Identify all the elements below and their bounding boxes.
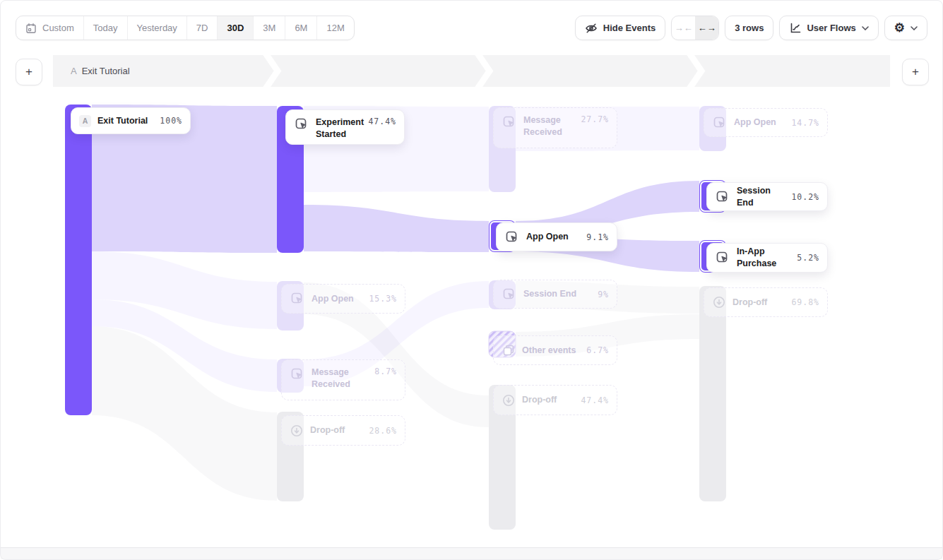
drop-off-icon (290, 424, 304, 438)
date-range-12m[interactable]: 12M (317, 16, 353, 40)
hide-events-button[interactable]: Hide Events (575, 16, 665, 40)
expand-width-button[interactable]: ←→ (695, 16, 718, 40)
node-value: 8.7% (374, 367, 397, 376)
event-cursor-icon (712, 115, 728, 131)
arrows-outward-icon: ←→ (698, 23, 716, 33)
node-value: 47.4% (581, 395, 609, 405)
flow-chart-icon (789, 22, 801, 34)
step-separator-chevron (686, 55, 708, 87)
chevron-down-icon (911, 26, 918, 30)
event-cursor-icon (715, 189, 730, 205)
node-value: 27.7% (581, 114, 609, 124)
other-events-icon (502, 343, 516, 357)
date-range-yesterday[interactable]: Yesterday (128, 16, 187, 40)
date-range-3m[interactable]: 3M (254, 16, 285, 40)
date-range-6m[interactable]: 6M (285, 16, 317, 40)
node-label: App Open (734, 117, 785, 129)
right-tools: Hide Events →← ←→ 3 rows User Flows ⚙ (575, 16, 927, 40)
node-card-c3-drop-off[interactable]: Drop-off47.4% (493, 385, 617, 415)
rows-label: 3 rows (735, 23, 764, 33)
hide-events-label: Hide Events (603, 23, 656, 33)
event-badge: A (79, 115, 91, 127)
rows-button[interactable]: 3 rows (725, 16, 773, 40)
chevron-down-icon (862, 26, 869, 30)
drop-off-icon (502, 393, 516, 407)
node-value: 9.1% (586, 232, 609, 242)
step-separator-chevron (474, 55, 497, 87)
node-value: 69.8% (791, 297, 819, 307)
event-cursor-icon (290, 367, 305, 382)
node-label: Drop-off (310, 424, 362, 436)
event-cursor-icon (504, 230, 520, 245)
node-card-c3-app-open[interactable]: App Open9.1% (496, 222, 617, 251)
node-value: 10.2% (791, 192, 819, 202)
add-step-left-button[interactable]: + (16, 59, 42, 85)
drop-off-icon (712, 295, 726, 309)
node-card-c4-in-app-purchase[interactable]: In-App Purchase5.2% (706, 243, 828, 273)
view-selector-button[interactable]: User Flows (779, 16, 878, 40)
node-value: 47.4% (368, 117, 396, 126)
top-toolbar: CustomTodayYesterday7D30D3M6M12M Hide Ev… (16, 16, 927, 40)
node-card-c2-experiment-started[interactable]: Experiment Started47.4% (285, 109, 405, 145)
node-card-c4-session-end[interactable]: Session End10.2% (706, 182, 828, 211)
date-range-7d[interactable]: 7D (187, 16, 218, 40)
date-range-30d[interactable]: 30D (218, 16, 254, 40)
node-card-c4-drop-off[interactable]: Drop-off69.8% (704, 287, 828, 317)
node-value: 6.7% (586, 345, 609, 355)
node-card-c3-session-end[interactable]: Session End9% (493, 280, 617, 309)
node-card-c3-other-events[interactable]: Other events6.7% (493, 335, 617, 365)
view-selector-label: User Flows (807, 23, 855, 33)
node-label: Experiment Started (316, 117, 362, 141)
node-card-c2-drop-off[interactable]: Drop-off28.6% (281, 415, 405, 446)
node-value: 28.6% (369, 426, 397, 436)
node-label: Session End (523, 288, 591, 300)
node-card-c1-exit-tutorial[interactable]: AExit Tutorial100% (71, 107, 191, 134)
node-label: App Open (526, 231, 580, 243)
footer-strip (1, 547, 942, 559)
settings-button[interactable]: ⚙ (884, 16, 927, 40)
calendar-icon (25, 23, 37, 34)
node-value: 9% (598, 290, 609, 299)
node-value: 100% (160, 116, 182, 126)
event-cursor-icon (502, 114, 517, 130)
node-label: Session End (737, 185, 785, 209)
width-toggle-group: →← ←→ (671, 16, 719, 40)
node-card-c2-app-open[interactable]: App Open15.3% (281, 284, 405, 314)
node-label: Message Received (523, 114, 574, 138)
step-title: Exit Tutorial (82, 66, 130, 76)
node-label: App Open (312, 293, 362, 305)
collapse-width-button[interactable]: →← (672, 16, 695, 40)
step-label[interactable]: A Exit Tutorial (71, 55, 130, 87)
node-label: Other events (522, 345, 580, 357)
event-cursor-icon (715, 250, 730, 266)
node-label: Drop-off (733, 297, 785, 309)
date-range-today[interactable]: Today (84, 16, 128, 40)
date-range-group: CustomTodayYesterday7D30D3M6M12M (16, 16, 355, 40)
node-value: 14.7% (791, 118, 819, 128)
node-label: Exit Tutorial (97, 115, 153, 127)
node-card-c3-message-received[interactable]: Message Received27.7% (493, 107, 617, 148)
node-card-c2-message-received[interactable]: Message Received8.7% (281, 359, 405, 400)
event-cursor-icon (502, 287, 517, 302)
eye-off-icon (585, 22, 598, 35)
node-card-c4-app-open[interactable]: App Open14.7% (704, 108, 828, 137)
step-separator-chevron (262, 55, 285, 87)
node-label: In-App Purchase (737, 246, 790, 270)
node-value: 15.3% (369, 294, 397, 304)
node-value: 5.2% (797, 253, 819, 263)
event-cursor-icon (294, 117, 309, 132)
step-band: A Exit Tutorial (53, 55, 890, 87)
date-range-custom[interactable]: Custom (16, 16, 84, 40)
arrows-inward-icon: →← (675, 23, 693, 33)
node-label: Drop-off (522, 394, 574, 406)
gear-icon: ⚙ (894, 22, 905, 34)
event-cursor-icon (290, 291, 305, 306)
node-label: Message Received (312, 367, 368, 391)
add-step-right-button[interactable]: + (902, 59, 929, 85)
step-prefix: A (71, 66, 77, 76)
